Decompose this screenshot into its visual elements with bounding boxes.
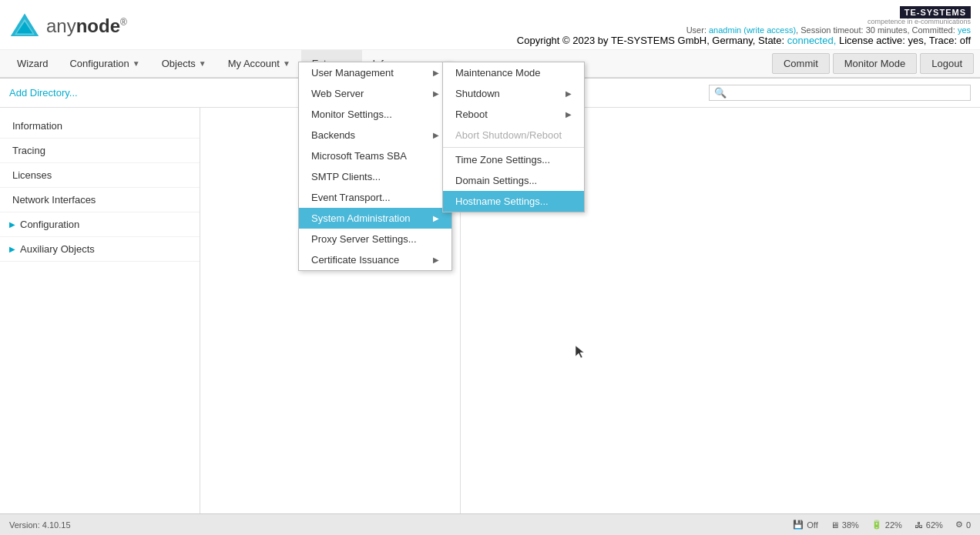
mem-value: 22% (885, 520, 902, 530)
hostname-settings-label: Hostname Settings... (455, 196, 549, 207)
user-management-label: User Management (311, 67, 394, 79)
state-label: State: (758, 35, 784, 46)
configuration-label: Configuration (20, 219, 79, 230)
search-box: 🔍 (709, 85, 971, 101)
nav-right-buttons: Commit Monitor Mode Logout (772, 53, 974, 74)
sysadmin-submenu: Maintenance Mode Shutdown ▶ Reboot ▶ Abo… (442, 62, 585, 212)
alert-icon: ⚙ (955, 520, 963, 530)
footer-net: 🖧 62% (915, 520, 943, 530)
cpu-value: 38% (842, 520, 859, 530)
auxiliary-objects-label: Auxiliary Objects (20, 243, 95, 255)
license-value: yes, (908, 35, 927, 46)
hdd-icon: 💾 (793, 520, 804, 530)
copyright-text: Copyright © 2023 by TE-SYSTEMS GmbH, Ger… (517, 35, 756, 46)
sidebar-item-network-interfaces[interactable]: Network Interfaces (0, 188, 200, 212)
maintenance-mode-label: Maintenance Mode (455, 67, 541, 79)
net-icon: 🖧 (915, 520, 923, 530)
nav-configuration[interactable]: Configuration ▼ (59, 50, 150, 78)
session-area: TE-SYSTEMS competence in e-communication… (517, 6, 971, 46)
nav-my-account[interactable]: My Account ▼ (217, 50, 301, 78)
logo-bold: node (76, 15, 120, 36)
configuration-expander-icon: ▶ (9, 220, 15, 229)
reboot-arrow: ▶ (566, 110, 572, 119)
logo-area: anynode® (9, 11, 127, 42)
menu-item-user-management[interactable]: User Management ▶ (299, 62, 451, 83)
certificate-issuance-label: Certificate Issuance (311, 254, 399, 266)
top-bar: anynode® TE-SYSTEMS competence in e-comm… (0, 0, 980, 50)
proxy-server-settings-label: Proxy Server Settings... (311, 233, 417, 245)
domain-settings-label: Domain Settings... (455, 175, 537, 186)
session-info: User: anadmin (write access), Session ti… (517, 25, 971, 35)
system-administration-label: System Administration (311, 212, 411, 224)
menu-item-certificate-issuance[interactable]: Certificate Issuance ▶ (299, 249, 451, 270)
menu-item-web-server[interactable]: Web Server ▶ (299, 83, 451, 104)
auxiliary-expander-icon: ▶ (9, 245, 15, 253)
footer-mem: 🔋 22% (871, 520, 902, 530)
trace-value: off (960, 35, 971, 46)
logout-button[interactable]: Logout (920, 53, 974, 74)
menu-item-system-administration[interactable]: System Administration ▶ (299, 208, 451, 229)
sidebar-item-information[interactable]: Information (0, 114, 200, 139)
abort-shutdown-reboot-label: Abort Shutdown/Reboot (455, 129, 562, 141)
timeout-value: 30 minutes, (866, 25, 910, 35)
sysadmin-menu-divider (443, 147, 584, 148)
search-input[interactable] (727, 87, 965, 99)
menu-item-proxy-server-settings[interactable]: Proxy Server Settings... (299, 229, 451, 249)
shutdown-label: Shutdown (455, 88, 500, 99)
commit-button[interactable]: Commit (772, 53, 830, 74)
system-administration-arrow: ▶ (433, 214, 439, 222)
alert-value: 0 (966, 520, 971, 530)
cpu-icon: 🖥 (831, 520, 839, 530)
anynode-logo-icon (9, 11, 40, 42)
te-systems-tagline: competence in e-communications (517, 18, 971, 25)
menu-item-timezone-settings[interactable]: Time Zone Settings... (443, 149, 584, 170)
add-directory-link[interactable]: Add Directory... (9, 87, 78, 99)
ms-teams-sba-label: Microsoft Teams SBA (311, 150, 407, 162)
user-management-arrow: ▶ (433, 69, 439, 77)
committed-label: Committed: (912, 25, 955, 35)
net-value: 62% (926, 520, 943, 530)
mem-icon: 🔋 (871, 520, 882, 530)
nav-wizard[interactable]: Wizard (6, 50, 59, 78)
session-info2: Copyright © 2023 by TE-SYSTEMS GmbH, Ger… (517, 35, 971, 46)
menu-item-monitor-settings[interactable]: Monitor Settings... (299, 104, 451, 125)
search-icon: 🔍 (714, 87, 727, 99)
menu-item-shutdown[interactable]: Shutdown ▶ (443, 83, 584, 104)
footer: Version: 4.10.15 💾 Off 🖥 38% 🔋 22% 🖧 62%… (0, 513, 980, 535)
footer-hdd: 💾 Off (793, 520, 817, 530)
shutdown-arrow: ▶ (566, 89, 572, 98)
sidebar: Information Tracing Licenses Network Int… (0, 108, 200, 530)
menu-item-domain-settings[interactable]: Domain Settings... (443, 170, 584, 191)
web-server-arrow: ▶ (433, 89, 439, 98)
menu-item-reboot[interactable]: Reboot ▶ (443, 104, 584, 125)
certificate-issuance-arrow: ▶ (433, 256, 439, 264)
backends-arrow: ▶ (433, 131, 439, 139)
hdd-value: Off (807, 520, 817, 530)
menu-item-backends[interactable]: Backends ▶ (299, 125, 451, 145)
nav-objects[interactable]: Objects ▼ (151, 50, 217, 78)
footer-alerts: ⚙ 0 (955, 520, 971, 530)
menu-item-smtp-clients[interactable]: SMTP Clients... (299, 166, 451, 187)
monitor-mode-button[interactable]: Monitor Mode (833, 53, 917, 74)
trace-label: Trace: (929, 35, 957, 46)
sidebar-group-auxiliary-objects[interactable]: ▶ Auxiliary Objects (0, 237, 200, 262)
sidebar-item-tracing[interactable]: Tracing (0, 139, 200, 163)
version-text: Version: 4.10.15 (9, 520, 71, 530)
sidebar-group-configuration[interactable]: ▶ Configuration (0, 212, 200, 237)
reboot-label: Reboot (455, 109, 488, 120)
backends-label: Backends (311, 129, 355, 141)
menu-item-hostname-settings[interactable]: Hostname Settings... (443, 191, 584, 212)
menu-item-event-transport[interactable]: Event Transport... (299, 187, 451, 208)
username: anadmin (709, 25, 741, 35)
sidebar-item-licenses[interactable]: Licenses (0, 163, 200, 188)
timeout-label: Session timeout: (800, 25, 863, 35)
footer-right: 💾 Off 🖥 38% 🔋 22% 🖧 62% ⚙ 0 (793, 520, 971, 530)
menu-item-maintenance-mode[interactable]: Maintenance Mode (443, 62, 584, 83)
user-label: User: (686, 25, 706, 35)
menu-item-ms-teams-sba[interactable]: Microsoft Teams SBA (299, 145, 451, 166)
committed-value: yes (958, 25, 971, 35)
license-label: License active: (839, 35, 905, 46)
state-value: connected, (787, 35, 837, 46)
write-access: (write access) (743, 25, 796, 35)
te-systems-logo: TE-SYSTEMS competence in e-communication… (517, 6, 971, 25)
